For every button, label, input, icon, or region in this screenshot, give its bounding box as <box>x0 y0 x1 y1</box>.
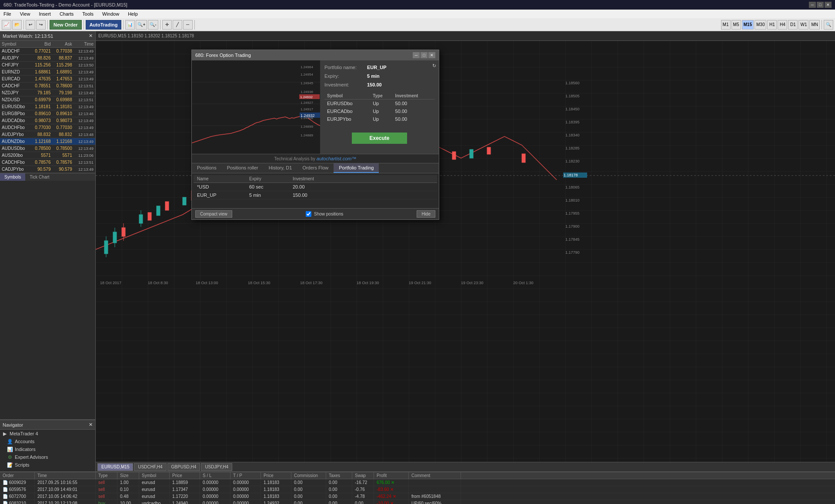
tf-w1[interactable]: W1 <box>798 20 808 30</box>
tb-crosshair[interactable]: ✛ <box>162 20 172 30</box>
svg-text:19 Oct 21:30: 19 Oct 21:30 <box>409 281 431 285</box>
show-positions-checkbox[interactable] <box>306 211 311 217</box>
orders-row[interactable]: 📄 6072700 2017.10.05 14:06:42 sell 0.48 … <box>0 493 835 500</box>
svg-text:1.17900: 1.17900 <box>565 224 580 229</box>
tf-m1[interactable]: M1 <box>721 20 731 30</box>
new-order-button[interactable]: New Order <box>50 20 82 30</box>
orders-col-commission: Commission <box>291 472 326 479</box>
tb-sep6 <box>194 20 195 30</box>
forex-portfolio-table: Symbol Type Investment EURUSDboUp50.00EU… <box>324 93 434 123</box>
dialog-close[interactable]: ✕ <box>428 52 435 58</box>
chart-tab-gbpusd-h4[interactable]: GBPUSD,H4 <box>167 463 200 471</box>
tb-hline[interactable]: ─ <box>183 20 193 30</box>
tf-d1[interactable]: D1 <box>788 20 798 30</box>
navigator-items: ▶ MetaTrader 4 👤 Accounts 📊 Indicators ⚙… <box>0 430 95 469</box>
mw-row-aus200bo[interactable]: AUS200bo 5571 5571 11:23:06 <box>0 152 95 159</box>
tf-h4[interactable]: H4 <box>778 20 787 30</box>
tb-zoom-in[interactable]: 🔍+ <box>136 20 147 30</box>
hide-button[interactable]: Hide <box>417 210 435 218</box>
mw-row-audcadbo[interactable]: AUDCADbo 0.98073 0.98073 12:13:49 <box>0 117 95 124</box>
forex-pos-row: *USD 60 sec 20.00 <box>194 183 437 191</box>
mw-row-cadjpybo[interactable]: CADJPYbo 90.579 90.579 12:13:49 <box>0 166 95 173</box>
mw-row-audjpybo[interactable]: AUDJPYbo 88.832 88.832 12:13:48 <box>0 131 95 138</box>
fdtab-orders-flow[interactable]: Orders Flow <box>297 163 334 173</box>
dialog-minimize[interactable]: ─ <box>413 52 420 58</box>
fdtab-positions[interactable]: Positions <box>192 163 222 173</box>
tb-new-chart[interactable]: 📈 <box>2 20 11 30</box>
nav-item-accounts[interactable]: 👤 Accounts <box>0 438 95 445</box>
fdtab-positions-roller[interactable]: Positions roller <box>222 163 264 173</box>
mw-row-nzdusd[interactable]: NZDUSD 0.69979 0.69988 12:13:51 <box>0 96 95 103</box>
svg-text:1.18285: 1.18285 <box>565 146 580 150</box>
fdtab-history-d1[interactable]: History, D1 <box>264 163 297 173</box>
tb-line[interactable]: ╱ <box>173 20 182 30</box>
chart-tab-usdchf-h4[interactable]: USDCHF,H4 <box>134 463 166 471</box>
mw-row-chfjpy[interactable]: CHFJPY 115.256 115.298 12:13:50 <box>0 62 95 69</box>
mw-row-audjpy[interactable]: AUDJPY 88.826 88.837 12:13:49 <box>0 55 95 62</box>
navigator-close[interactable]: ✕ <box>89 422 93 428</box>
menu-tools[interactable]: Tools <box>80 11 95 17</box>
minimize-button[interactable]: ─ <box>809 2 816 8</box>
chart-canvas[interactable]: 1.18560 1.18505 1.18450 1.18395 1.18340 … <box>96 41 835 462</box>
orders-col-type: Type <box>96 472 117 479</box>
tf-mn[interactable]: MN <box>809 20 820 30</box>
orders-col-swap: Swap <box>352 472 374 479</box>
mw-row-cadchf[interactable]: CADCHF 0.78551 0.78600 12:13:51 <box>0 83 95 90</box>
orders-row[interactable]: 📄 6059576 2017.10.09 14:49:01 sell 0.10 … <box>0 486 835 493</box>
auto-trading-button[interactable]: AutoTrading <box>86 20 122 30</box>
tb-indicators[interactable]: 📊 <box>125 20 135 30</box>
mw-row-eurcad[interactable]: EURCAD 1.47635 1.47653 12:13:49 <box>0 76 95 83</box>
close-button[interactable]: ✕ <box>825 2 832 8</box>
fdpos-col-expiry: Expiry <box>246 175 289 182</box>
orders-row[interactable]: 📄 6083210 2017.10.20 12:13:08 buy 10.00 … <box>0 500 835 504</box>
maximize-button[interactable]: □ <box>817 2 824 8</box>
orders-col-order: Order <box>0 472 35 479</box>
nav-item-indicators[interactable]: 📊 Indicators <box>0 445 95 453</box>
forex-dialog-titlebar[interactable]: 680: Forex Option Trading ─ □ ✕ <box>192 50 439 60</box>
menu-insert[interactable]: Insert <box>37 11 53 17</box>
chart-header: EURUSD,M15 1.18150 1.18202 1.18125 1.181… <box>96 31 835 41</box>
execute-button[interactable]: Execute <box>352 133 407 144</box>
mw-row-audnzdbo[interactable]: AUDNZDbo 1.12168 1.12168 12:13:49 <box>0 138 95 145</box>
mw-row-cadchfbo[interactable]: CADCHFbo 0.78576 0.78576 12:13:51 <box>0 159 95 166</box>
menu-view[interactable]: View <box>18 11 32 17</box>
fdtab-portfolio-trading[interactable]: Portfolio Trading <box>334 163 379 173</box>
mw-row-eurnzd[interactable]: EURNZD 1.68861 1.68891 12:13:49 <box>0 69 95 76</box>
menu-file[interactable]: File <box>2 11 13 17</box>
tf-h1[interactable]: H1 <box>767 20 777 30</box>
chart-tab-eurusd-m15[interactable]: EURUSD,M15 <box>97 463 133 471</box>
mw-col-bid: Bid <box>31 41 52 47</box>
mw-row-nzdjpy[interactable]: NZDJPY 79.185 79.198 12:13:49 <box>0 90 95 96</box>
tf-m30[interactable]: M30 <box>755 20 766 30</box>
menu-help[interactable]: Help <box>126 11 140 17</box>
nav-item-expert-advisors[interactable]: ⚙ Expert Advisors <box>0 453 95 461</box>
market-watch-title: Market Watch: 12:13:51 <box>3 33 53 39</box>
tb-redo[interactable]: ↪ <box>36 20 46 30</box>
nav-item-mt4[interactable]: ▶ MetaTrader 4 <box>0 430 95 438</box>
menu-window[interactable]: Window <box>100 11 121 17</box>
forex-expiry-label: Expiry: <box>324 73 364 79</box>
mw-row-audchfbo[interactable]: AUDCHFbo 0.77030 0.77030 12:13:49 <box>0 124 95 131</box>
mw-row-eurusdbo[interactable]: EURUSDbo 1.18181 1.18181 12:13:49 <box>0 103 95 110</box>
compact-view-button[interactable]: Compact view <box>195 210 232 218</box>
tb-search[interactable]: 🔍 <box>824 20 833 30</box>
nav-item-scripts[interactable]: 📝 Scripts <box>0 461 95 469</box>
svg-rect-33 <box>452 152 456 159</box>
tb-zoom-out[interactable]: 🔍- <box>148 20 158 30</box>
tf-m15[interactable]: M15 <box>742 20 754 30</box>
mw-tab-tick-chart[interactable]: Tick Chart <box>25 173 53 181</box>
dialog-maximize[interactable]: □ <box>421 52 428 58</box>
forex-refresh-icon[interactable]: ↻ <box>432 63 436 69</box>
tb-undo[interactable]: ↩ <box>26 20 35 30</box>
tb-open[interactable]: 📂 <box>12 20 22 30</box>
forex-portfolio-label: Portfolio name: <box>324 65 364 70</box>
tf-m5[interactable]: M5 <box>731 20 741 30</box>
chart-tab-usdjpy-h4[interactable]: USDJPY,H4 <box>201 463 232 471</box>
market-watch-close[interactable]: ✕ <box>89 33 93 39</box>
orders-row[interactable]: 📄 6009029 2017.09.25 10:16:55 sell 1.00 … <box>0 479 835 486</box>
menu-charts[interactable]: Charts <box>58 11 75 17</box>
mw-row-eurgbpbo[interactable]: EURGBPbo 0.89610 0.89610 12:13:46 <box>0 110 95 117</box>
mw-tab-symbols[interactable]: Symbols <box>0 173 25 181</box>
mw-row-audchf[interactable]: AUDCHF 0.77021 0.77038 12:13:49 <box>0 48 95 55</box>
mw-row-audusdbo[interactable]: AUDUSDbo 0.78500 0.78500 12:13:49 <box>0 145 95 152</box>
